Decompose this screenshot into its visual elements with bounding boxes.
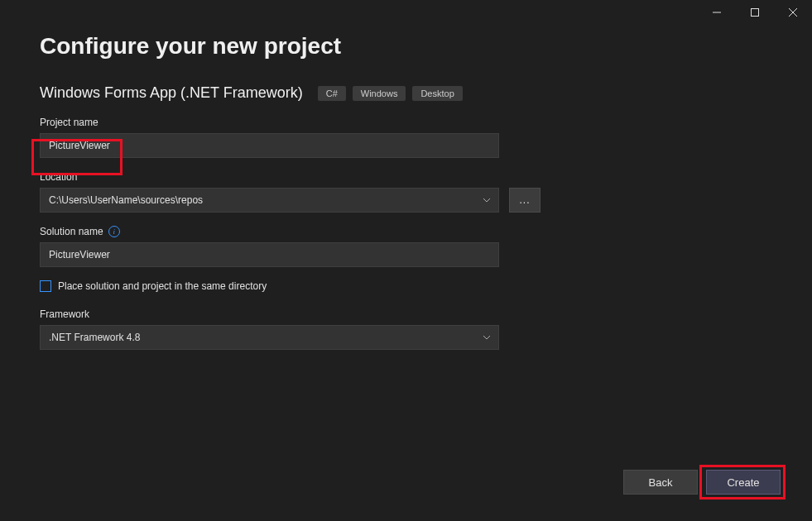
project-name-label: Project name [40,117,772,128]
template-info-row: Windows Forms App (.NET Framework) C# Wi… [40,84,772,102]
chevron-down-icon [483,197,490,203]
framework-dropdown[interactable]: .NET Framework 4.8 [40,325,499,350]
browse-button[interactable]: ... [509,188,541,213]
create-button[interactable]: Create [706,470,781,495]
template-name: Windows Forms App (.NET Framework) [40,84,303,102]
main-content: Configure your new project Windows Forms… [0,0,812,350]
location-row: C:\Users\UserName\sources\repos ... [40,188,772,213]
same-directory-checkbox[interactable] [40,280,51,292]
minimize-button[interactable] [698,0,736,25]
close-button[interactable] [774,0,812,25]
solution-name-label: Solution name i [40,226,772,237]
page-title: Configure your new project [40,33,772,60]
chevron-down-icon [483,334,490,341]
window-titlebar [698,0,812,25]
tag-item: Windows [353,86,406,101]
solution-name-field-group: Solution name i [40,226,772,267]
footer-buttons: Back Create [623,470,781,495]
location-field-group: Location C:\Users\UserName\sources\repos… [40,171,772,213]
svg-rect-1 [752,9,759,17]
project-name-input[interactable] [40,133,499,158]
tag-item: Desktop [412,86,462,101]
project-name-field-group: Project name [40,117,772,158]
template-tags: C# Windows Desktop [318,86,463,101]
solution-name-label-text: Solution name [40,226,103,237]
maximize-button[interactable] [736,0,774,25]
framework-label: Framework [40,308,772,320]
tag-item: C# [318,86,346,101]
solution-name-input[interactable] [40,242,499,267]
framework-field-group: Framework .NET Framework 4.8 [40,308,772,350]
same-directory-row: Place solution and project in the same d… [40,280,772,292]
same-directory-label: Place solution and project in the same d… [58,280,267,292]
location-value: C:\Users\UserName\sources\repos [49,194,203,206]
location-label: Location [40,171,772,183]
back-button[interactable]: Back [623,470,698,495]
info-icon[interactable]: i [108,226,120,237]
framework-value: .NET Framework 4.8 [49,332,140,343]
location-dropdown[interactable]: C:\Users\UserName\sources\repos [40,188,499,213]
